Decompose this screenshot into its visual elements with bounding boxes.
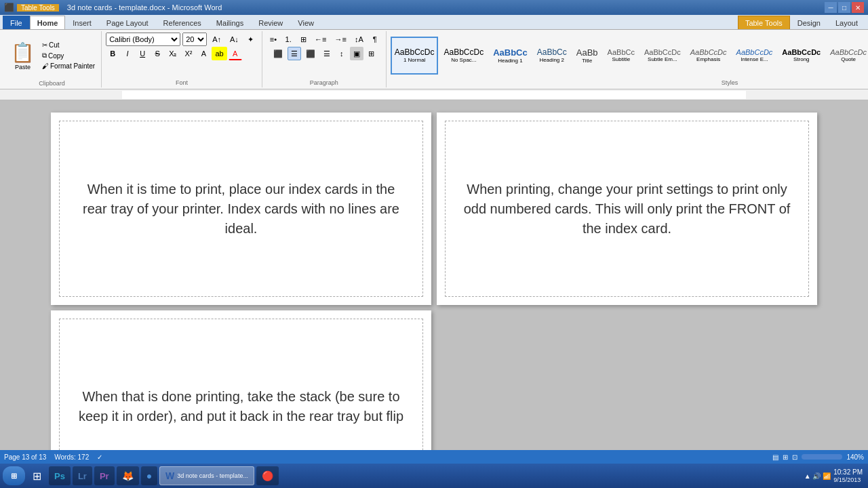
style-heading2-label: Heading 2 (540, 57, 564, 63)
borders-button[interactable]: ⊞ (365, 47, 378, 60)
start-button[interactable]: ⊞ (3, 466, 25, 485)
taskbar-word-btn[interactable]: W 3d note cards - template... (159, 466, 254, 485)
status-bar-right: ▤ ⊞ ⊡ 140% (772, 453, 864, 461)
show-marks-button[interactable]: ¶ (368, 33, 382, 46)
italic-button[interactable]: I (121, 47, 134, 60)
style-heading1-label: Heading 1 (498, 58, 522, 64)
style-subtitle[interactable]: AaBbCc Subtitle (604, 37, 639, 75)
document-area[interactable]: When it is time to print, place our inde… (0, 100, 868, 450)
shading-button[interactable]: ▣ (350, 47, 363, 60)
strikethrough-button[interactable]: S (151, 47, 164, 60)
tray-time: 10:32 PM 9/15/2013 (833, 468, 863, 483)
card-2-text: When printing, change your print setting… (462, 180, 792, 239)
increase-indent-button[interactable]: →≡ (332, 33, 350, 46)
tab-mailings[interactable]: Mailings (209, 16, 251, 29)
style-subtle-em[interactable]: AaBbCcDc Subtle Em... (640, 37, 685, 75)
multilevel-button[interactable]: ⊞ (296, 33, 310, 46)
close-button[interactable]: ✕ (852, 2, 864, 13)
taskbar-firefox-btn[interactable]: 🦊 (117, 466, 139, 485)
window-title: 3d note cards - template.docx - Microsof… (67, 3, 222, 12)
style-title[interactable]: AaBb Title (572, 37, 602, 75)
page-info: Page 13 of 13 (4, 453, 46, 461)
font-size-select[interactable]: 20 (182, 33, 207, 46)
style-heading1-preview: AaBbCc (493, 47, 528, 58)
style-emphasis[interactable]: AaBbCcDc Emphasis (686, 37, 731, 75)
maximize-button[interactable]: □ (838, 2, 850, 13)
style-quote[interactable]: AaBbCcDc Quote (826, 37, 868, 75)
tab-layout[interactable]: Layout (828, 16, 865, 29)
style-subtle-em-preview: AaBbCcDc (644, 48, 681, 56)
underline-button[interactable]: U (136, 47, 149, 60)
clear-format-button[interactable]: ✦ (244, 33, 258, 46)
line-spacing-button[interactable]: ↕ (335, 47, 349, 60)
style-normal-preview: AaBbCcDc (395, 47, 435, 57)
style-heading1[interactable]: AaBbCc Heading 1 (489, 37, 532, 75)
style-no-space[interactable]: AaBbCcDc No Spac... (439, 37, 488, 75)
decrease-indent-button[interactable]: ←≡ (311, 33, 330, 46)
clipboard-content: 📋 Paste ✂ Cut ⧉ Copy 🖌 Format Painter (7, 33, 97, 79)
style-heading2-preview: AaBbCc (537, 47, 567, 57)
style-title-preview: AaBb (576, 47, 598, 58)
font-label: Font (106, 78, 258, 86)
clipboard-sub: ✂ Cut ⧉ Copy 🖌 Format Painter (40, 41, 97, 70)
copy-button[interactable]: ⧉ Copy (40, 51, 97, 60)
superscript-button[interactable]: X² (181, 47, 195, 60)
font-color-button[interactable]: A (229, 47, 242, 60)
style-normal[interactable]: AaBbCcDc 1 Normal (391, 37, 439, 75)
cut-icon: ✂ (42, 41, 47, 49)
taskbar-vlc-btn[interactable]: 🔴 (256, 466, 279, 485)
cut-button[interactable]: ✂ Cut (40, 41, 97, 49)
style-strong-preview: AaBbCcDc (782, 48, 821, 56)
bullets-button[interactable]: ≡• (267, 33, 280, 46)
tab-home[interactable]: Home (30, 16, 66, 29)
tab-references[interactable]: References (156, 16, 209, 29)
justify-button[interactable]: ☰ (320, 47, 334, 60)
view-full-icon[interactable]: ⊞ (783, 453, 788, 461)
style-strong[interactable]: AaBbCcDc Strong (778, 37, 825, 75)
card-4-placeholder (437, 310, 817, 450)
format-painter-button[interactable]: 🖌 Format Painter (40, 62, 97, 70)
numbering-button[interactable]: 1. (281, 33, 295, 46)
word-icon: W (165, 470, 174, 481)
bold-button[interactable]: B (106, 47, 119, 60)
style-heading2[interactable]: AaBbCc Heading 2 (533, 37, 571, 75)
align-center-button[interactable]: ☰ (288, 47, 301, 60)
tab-review[interactable]: Review (251, 16, 290, 29)
shrink-font-button[interactable]: A↓ (226, 33, 242, 46)
view-web-icon[interactable]: ⊡ (792, 453, 797, 461)
clock-date: 9/15/2013 (833, 476, 861, 483)
text-highlight-button[interactable]: ab (212, 47, 226, 60)
text-effects-button[interactable]: A (197, 47, 210, 60)
tab-view[interactable]: View (290, 16, 321, 29)
taskbar-premiere-btn[interactable]: Pr (94, 466, 115, 485)
tab-design[interactable]: Design (790, 16, 828, 29)
sort-button[interactable]: ↕A (351, 33, 367, 46)
card-3-inner[interactable]: When that is done printing, take the sta… (59, 319, 423, 450)
view-print-icon[interactable]: ▤ (772, 453, 778, 461)
clipboard-label: Clipboard (7, 79, 97, 87)
align-left-button[interactable]: ⬛ (270, 47, 286, 60)
taskbar-windows-btn[interactable]: ⊞ (27, 466, 47, 485)
minimize-button[interactable]: ─ (825, 2, 837, 13)
grow-font-button[interactable]: A↑ (209, 33, 224, 46)
paragraph-content: ≡• 1. ⊞ ←≡ →≡ ↕A ¶ ⬛ ☰ ⬛ ☰ ↕ ▣ ⊞ (267, 33, 382, 78)
style-normal-label: 1 Normal (403, 57, 425, 63)
tab-file[interactable]: File (3, 16, 30, 29)
paragraph-row2: ⬛ ☰ ⬛ ☰ ↕ ▣ ⊞ (270, 47, 378, 60)
card-1-inner[interactable]: When it is time to print, place our inde… (59, 121, 423, 297)
styles-content: AaBbCcDc 1 Normal AaBbCcDc No Spac... Aa… (391, 33, 868, 78)
align-right-button[interactable]: ⬛ (302, 47, 319, 60)
taskbar-lightroom-btn[interactable]: Lr (73, 466, 92, 485)
paragraph-label: Paragraph (267, 78, 382, 86)
tab-page-layout[interactable]: Page Layout (99, 16, 156, 29)
card-2-inner[interactable]: When printing, change your print setting… (445, 121, 809, 297)
subscript-button[interactable]: X₂ (165, 47, 180, 60)
paste-button[interactable]: 📋 Paste (7, 33, 39, 79)
style-intense-e[interactable]: AaBbCcDc Intense E... (732, 37, 777, 75)
tab-insert[interactable]: Insert (65, 16, 99, 29)
taskbar-photoshop-btn[interactable]: Ps (49, 466, 71, 485)
ribbon-group-clipboard: 📋 Paste ✂ Cut ⧉ Copy 🖌 Format Painter Cl… (3, 31, 102, 87)
zoom-slider[interactable] (802, 454, 842, 460)
font-family-select[interactable]: Calibri (Body) (106, 33, 180, 46)
taskbar-chrome-btn[interactable]: ● (141, 466, 157, 485)
